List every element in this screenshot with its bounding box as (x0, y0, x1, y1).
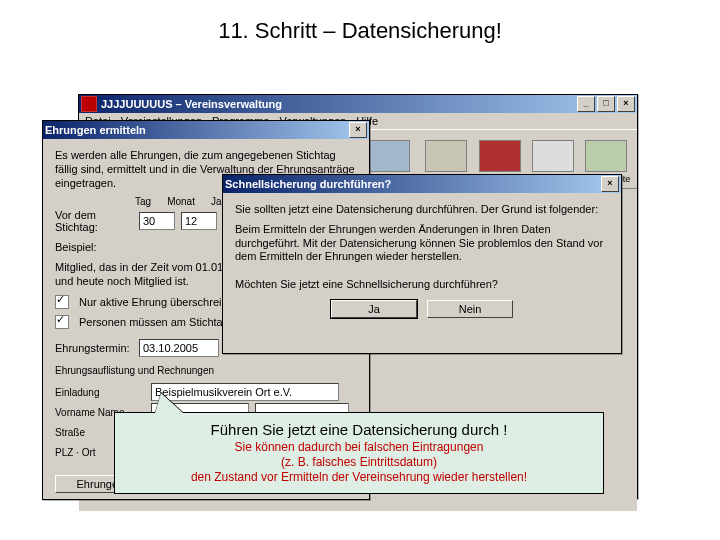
close-icon[interactable]: × (601, 176, 619, 192)
stichtag-monat[interactable]: 12 (181, 212, 217, 230)
callout-line1: Sie können dadurch bei falschen Eintragu… (127, 440, 591, 455)
schnellsicherung-title: Schnellsicherung durchführen? (225, 178, 601, 190)
stichtag-label: Vor dem Stichtag: (55, 209, 133, 233)
termin-field[interactable]: 03.10.2005 (139, 339, 219, 357)
app-area: JJJJUUUUUS – Vereinsverwaltung _ □ × Dat… (78, 94, 638, 499)
close-icon[interactable]: × (617, 96, 635, 112)
callout-headline: Führen Sie jetzt eine Datensicherung dur… (127, 421, 591, 438)
close-icon[interactable]: × (349, 122, 367, 138)
msg-line3: Möchten Sie jetzt eine Schnellsicherung … (235, 278, 609, 292)
stichtag-tag[interactable]: 30 (139, 212, 175, 230)
app-icon (81, 96, 97, 112)
label-tag: Tag (135, 196, 151, 207)
callout-tail-icon (155, 393, 183, 413)
main-titlebar: JJJJUUUUUS – Vereinsverwaltung _ □ × (79, 95, 637, 113)
main-title: JJJJUUUUUS – Vereinsverwaltung (101, 98, 577, 110)
callout-line2: (z. B. falsches Eintrittsdatum) (127, 455, 591, 470)
chk-mitglied[interactable] (55, 315, 69, 329)
maximize-icon[interactable]: □ (597, 96, 615, 112)
ehrungen-titlebar: Ehrungen ermitteln × (43, 121, 369, 139)
nein-button[interactable]: Nein (427, 300, 513, 318)
termin-label: Ehrungstermin: (55, 342, 133, 354)
slide-title: 11. Schritt – Datensicherung! (0, 18, 720, 44)
label-monat: Monat (167, 196, 195, 207)
schnellsicherung-body: Sie sollten jetzt eine Datensicherung du… (223, 193, 621, 328)
msg-line1: Sie sollten jetzt eine Datensicherung du… (235, 203, 609, 217)
chk-nur-direkte[interactable] (55, 295, 69, 309)
minimize-icon[interactable]: _ (577, 96, 595, 112)
schnellsicherung-titlebar: Schnellsicherung durchführen? × (223, 175, 621, 193)
ehrungen-title: Ehrungen ermitteln (45, 124, 349, 136)
callout-line3: den Zustand vor Ermitteln der Vereinsehr… (127, 470, 591, 485)
ja-button[interactable]: Ja (331, 300, 417, 318)
schnellsicherung-dialog: Schnellsicherung durchführen? × Sie soll… (222, 174, 622, 354)
msg-line2: Beim Ermitteln der Ehrungen werden Änder… (235, 223, 609, 264)
label-einladung: Einladung (55, 387, 145, 398)
chk-nur-direkte-label: Nur aktive Ehrung überschreiben (79, 296, 240, 308)
group-label: Ehrungsauflistung und Rechnungen (55, 365, 357, 378)
callout: Führen Sie jetzt eine Datensicherung dur… (114, 412, 604, 494)
